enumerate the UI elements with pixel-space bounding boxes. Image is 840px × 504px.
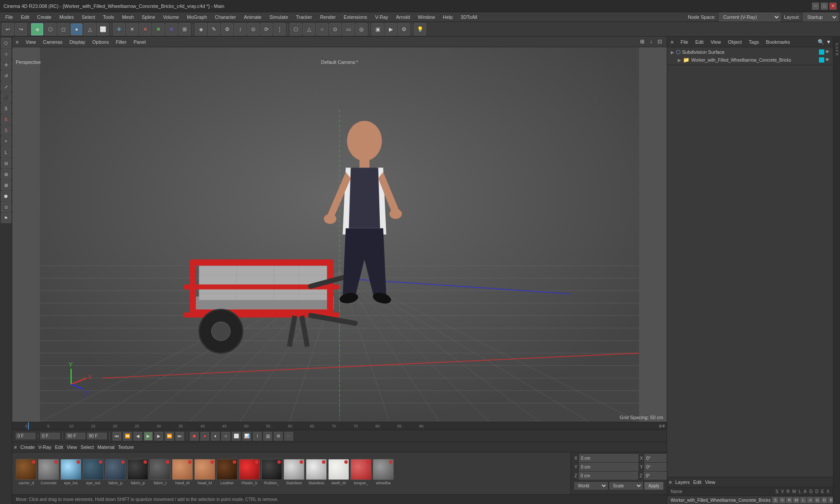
render-region[interactable]: ▣ — [371, 23, 384, 35]
sidebar-tool-16[interactable]: ⊙ — [1, 202, 11, 212]
vp-display[interactable]: Display — [70, 39, 85, 45]
sidebar-move[interactable]: ✛ — [1, 60, 11, 70]
torus-button[interactable]: ◎ — [355, 23, 368, 35]
layer-row-worker[interactable]: Worker_with_Filled_Wheelbarrow_Concrete_… — [667, 496, 833, 504]
menu-edit[interactable]: Edit — [18, 14, 33, 21]
vp-render-icon[interactable]: ↓ — [648, 38, 654, 46]
sidebar-tool-8[interactable]: S — [1, 114, 11, 125]
menu-create[interactable]: Create — [34, 14, 55, 21]
plane-button[interactable]: ▭ — [342, 23, 354, 35]
om-edit[interactable]: Edit — [693, 39, 705, 45]
menu-modes[interactable]: Modes — [56, 14, 77, 21]
material-rubber[interactable]: Rubber_ — [261, 459, 282, 485]
menu-animate[interactable]: Animate — [240, 14, 265, 21]
point-mode-button[interactable]: ● — [70, 23, 83, 35]
coord-z-pos-input[interactable] — [579, 472, 638, 480]
menu-render[interactable]: Render — [316, 14, 339, 21]
minimize-button[interactable]: ─ — [812, 3, 819, 10]
preview-end-input[interactable] — [87, 433, 107, 439]
sidebar-tool-6[interactable]: ⬛ — [1, 92, 11, 103]
bt-view[interactable]: View — [66, 444, 77, 450]
scene-canvas[interactable]: X Y Z Perspective Default Camera:* Grid … — [12, 47, 667, 422]
subdiv-vis-icon[interactable]: 👁 — [825, 49, 830, 55]
material-leather[interactable]: Leather — [217, 459, 238, 485]
vp-maximize-icon[interactable]: ⊞ — [639, 38, 646, 46]
om-object[interactable]: Object — [726, 39, 744, 45]
object-worker-group[interactable]: ▶ 📁 Worker_with_Filled_Wheelbarrow_Concr… — [669, 56, 831, 64]
sidebar-tool-17[interactable]: ⚑ — [1, 213, 11, 223]
coord-x-pos-input[interactable] — [579, 454, 638, 462]
sidebar-tool-9[interactable]: S — [1, 125, 11, 136]
material-hand-m[interactable]: hand_M — [172, 459, 193, 485]
config-button[interactable]: ⚙ — [274, 432, 283, 441]
timeline-button[interactable]: 📊 — [242, 432, 251, 441]
layer-d-btn[interactable]: D — [821, 497, 827, 503]
layer-a-btn[interactable]: A — [807, 497, 813, 503]
key-button[interactable]: ♦ — [211, 432, 220, 441]
sidebar-tool-7[interactable]: S — [1, 103, 11, 114]
vp-options[interactable]: Options — [92, 39, 109, 45]
menu-file[interactable]: File — [2, 14, 17, 21]
uv-mode-button[interactable]: ⬜ — [97, 23, 109, 35]
sidebar-scale[interactable]: ⤢ — [1, 81, 11, 92]
go-start-button[interactable]: ⏮ — [112, 432, 121, 441]
layer-l-btn[interactable]: L — [800, 497, 806, 503]
bt-vray[interactable]: V-Ray — [38, 444, 51, 450]
polygon-mode-button[interactable]: △ — [84, 23, 96, 35]
om-file[interactable]: File — [679, 39, 690, 45]
next-key-button[interactable]: ▶ — [154, 432, 163, 441]
play-button[interactable]: ▶ — [144, 432, 153, 441]
om-search-icon[interactable]: 🔍 — [818, 39, 824, 45]
tool-3[interactable]: ⚙ — [221, 23, 233, 35]
layout-select[interactable]: Startup — [803, 13, 838, 21]
render-view[interactable]: ▶ — [385, 23, 397, 35]
tool-7[interactable]: ⋮ — [273, 23, 286, 35]
go-end-button[interactable]: ⏭ — [175, 432, 184, 441]
close-button[interactable]: ✕ — [830, 3, 836, 10]
material-concrete[interactable]: Concrete — [38, 459, 59, 485]
cylinder-button[interactable]: ⊙ — [329, 23, 341, 35]
layer-v-btn[interactable]: V — [779, 497, 785, 503]
menu-spline[interactable]: Spline — [138, 14, 159, 21]
lyr-edit[interactable]: Edit — [693, 480, 701, 485]
object-subdivision-surface[interactable]: ▶ ⬡ Subdivision Surface 👁 — [669, 48, 831, 56]
select-z[interactable]: ✕ — [165, 23, 178, 35]
edge-mode-button[interactable]: ◻ — [57, 23, 70, 35]
prev-key-button[interactable]: ◀ — [133, 432, 142, 441]
apply-button[interactable]: Apply — [644, 482, 663, 490]
select-x[interactable]: ✕ — [139, 23, 151, 35]
menu-simulate[interactable]: Simulate — [266, 14, 292, 21]
add-button[interactable]: ✛ — [113, 23, 125, 35]
om-bookmarks[interactable]: Bookmarks — [764, 39, 792, 45]
auto-key-button[interactable]: ● — [200, 432, 209, 441]
material-stainless-2[interactable]: Stainless — [306, 459, 327, 485]
maximize-button[interactable]: □ — [821, 3, 828, 10]
start-frame-input[interactable] — [40, 433, 60, 439]
undo-button[interactable]: ↩ — [2, 23, 14, 35]
menu-arnold[interactable]: Arnold — [392, 14, 413, 21]
vp-hamburger[interactable]: ≡ — [16, 39, 18, 45]
bt-texture[interactable]: Texture — [118, 444, 134, 450]
coord-y-pos-input[interactable] — [579, 463, 638, 471]
vp-settings-icon[interactable]: ⊡ — [656, 38, 663, 46]
material-head-m[interactable]: head_M — [194, 459, 215, 485]
sidebar-tool-11[interactable]: L — [1, 147, 11, 158]
next-frame-button[interactable]: ⏩ — [165, 432, 174, 441]
material-fabric-t[interactable]: fabric_t — [150, 459, 171, 485]
tool-5[interactable]: ⊙ — [247, 23, 259, 35]
select-y[interactable]: ✕ — [152, 23, 164, 35]
menu-tools[interactable]: Tools — [99, 14, 118, 21]
sidebar-object-mode[interactable]: ⬡ — [1, 38, 11, 48]
vp-panel[interactable]: Panel — [133, 39, 146, 45]
transform-mode-select[interactable]: Scale Rotate Move — [609, 482, 643, 490]
menu-window[interactable]: Window — [414, 14, 438, 21]
menu-3dtoall[interactable]: 3DToAll — [457, 14, 481, 21]
current-frame-input[interactable] — [16, 433, 35, 439]
lyr-layers[interactable]: Layers — [675, 480, 690, 485]
extra-button[interactable]: ⋯ — [284, 432, 293, 441]
redo-button[interactable]: ↪ — [15, 23, 27, 35]
material-teeth-m[interactable]: teeth_M — [328, 459, 349, 485]
bt-material[interactable]: Material — [98, 444, 115, 450]
menu-tracker[interactable]: Tracker — [293, 14, 316, 21]
tool-2[interactable]: ✎ — [208, 23, 220, 35]
